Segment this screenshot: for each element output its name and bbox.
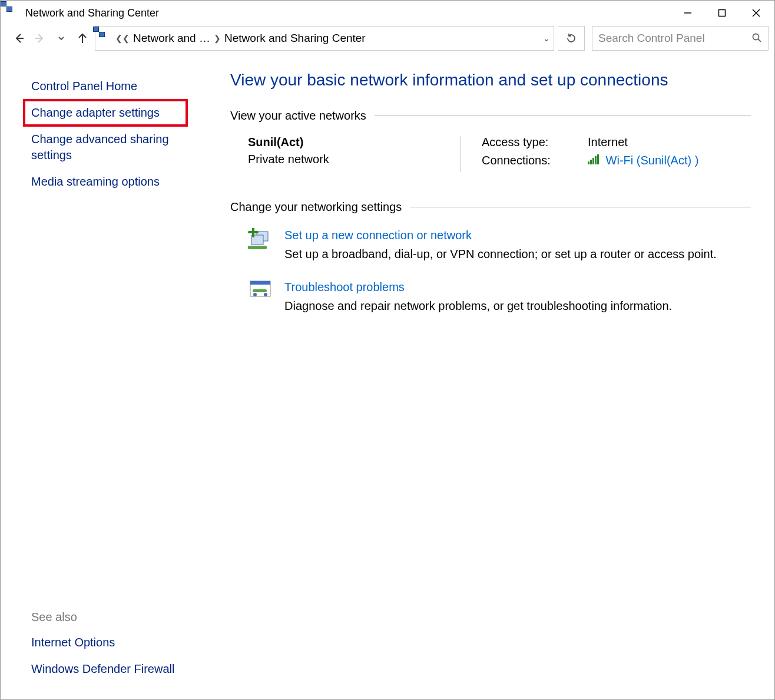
network-center-path-icon (99, 32, 112, 45)
highlight-annotation: Change adapter settings (23, 99, 188, 127)
svg-line-8 (759, 39, 761, 42)
setting-item-new-connection: Set up a new connection or network Set u… (248, 227, 751, 262)
divider (375, 115, 751, 116)
search-icon[interactable] (751, 32, 762, 45)
navigation-bar: ❮❮ Network and … ❯ Network and Sharing C… (1, 25, 774, 55)
active-network-panel: Sunil(Act) Private network Access type: … (248, 136, 751, 172)
svg-point-18 (264, 293, 267, 296)
refresh-button[interactable] (558, 26, 585, 51)
search-box[interactable] (592, 26, 769, 51)
back-button[interactable] (10, 29, 28, 47)
new-connection-icon (248, 227, 274, 253)
svg-point-17 (253, 293, 257, 296)
wifi-signal-icon (588, 154, 599, 164)
svg-rect-15 (250, 281, 270, 285)
main-content: View your basic network information and … (214, 55, 774, 699)
breadcrumb-item[interactable]: Network and … (133, 32, 210, 45)
sidebar-link-change-adapter-settings[interactable]: Change adapter settings (31, 106, 160, 119)
address-bar[interactable]: ❮❮ Network and … ❯ Network and Sharing C… (95, 26, 554, 51)
network-type: Private network (248, 153, 442, 166)
access-type-value: Internet (588, 136, 628, 149)
vertical-divider (460, 136, 461, 172)
close-button[interactable] (739, 1, 773, 25)
troubleshoot-link[interactable]: Troubleshoot problems (284, 280, 405, 293)
connection-link[interactable]: Wi-Fi (Sunil(Act) ) (606, 154, 699, 167)
svg-rect-16 (253, 289, 267, 292)
maximize-button[interactable] (705, 1, 739, 25)
see-also-label: See also (31, 610, 202, 624)
breadcrumb-item[interactable]: Network and Sharing Center (224, 32, 366, 45)
window-title: Network and Sharing Center (25, 7, 671, 19)
chevron-right-icon[interactable]: ❯ (214, 34, 221, 43)
titlebar: Network and Sharing Center (1, 1, 774, 25)
up-button[interactable] (74, 29, 91, 47)
search-input[interactable] (598, 32, 751, 45)
setup-connection-desc: Set up a broadband, dial-up, or VPN conn… (284, 246, 717, 262)
recent-locations-button[interactable] (52, 29, 70, 47)
network-center-app-icon (6, 6, 19, 19)
svg-rect-11 (248, 246, 267, 249)
setup-connection-link[interactable]: Set up a new connection or network (284, 229, 472, 242)
chevron-down-icon[interactable]: ⌄ (543, 34, 550, 43)
network-name: Sunil(Act) (248, 136, 442, 149)
sidebar-link-control-panel-home[interactable]: Control Panel Home (31, 78, 202, 94)
section-header-change-settings: Change your networking settings (230, 200, 402, 214)
sidebar: Control Panel Home Change adapter settin… (1, 55, 214, 699)
setting-item-troubleshoot: Troubleshoot problems Diagnose and repai… (248, 279, 751, 314)
breadcrumb-separator-icon: ❮❮ (115, 34, 130, 43)
access-type-label: Access type: (482, 136, 564, 149)
svg-point-7 (753, 34, 759, 39)
divider (410, 207, 751, 207)
minimize-button[interactable] (671, 1, 705, 25)
sidebar-link-media-streaming[interactable]: Media streaming options (31, 174, 202, 190)
sidebar-link-internet-options[interactable]: Internet Options (31, 635, 202, 651)
troubleshoot-desc: Diagnose and repair network problems, or… (284, 298, 672, 314)
page-heading: View your basic network information and … (230, 69, 751, 91)
connections-label: Connections: (482, 154, 564, 167)
troubleshoot-icon (248, 279, 274, 305)
section-header-active-networks: View your active networks (230, 109, 366, 123)
svg-rect-1 (719, 10, 726, 16)
sidebar-link-change-advanced-sharing[interactable]: Change advanced sharing settings (31, 131, 202, 163)
forward-button[interactable] (31, 29, 49, 47)
sidebar-link-windows-defender-firewall[interactable]: Windows Defender Firewall (31, 661, 202, 677)
